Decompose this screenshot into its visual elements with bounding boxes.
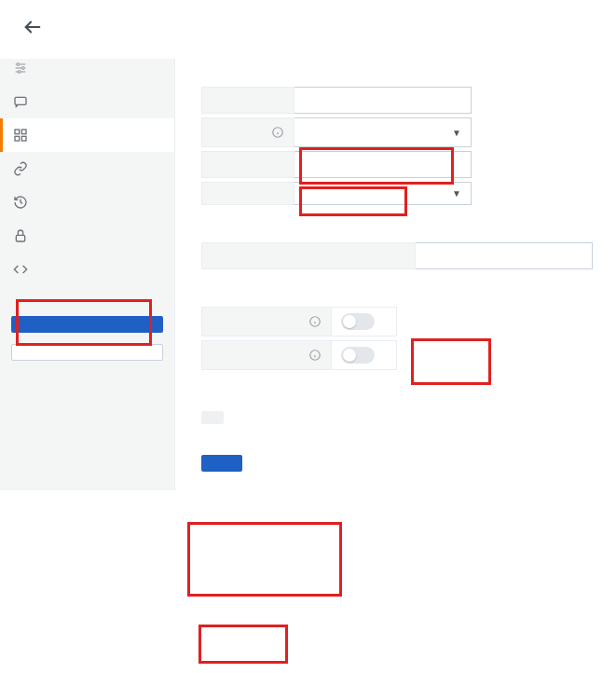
main-content: ▼ ▼ <box>175 59 616 490</box>
sidebar-item-general[interactable] <box>0 59 174 85</box>
lock-icon <box>13 228 28 243</box>
sidebar-item-json-model[interactable] <box>0 253 174 286</box>
sliders-icon <box>13 61 28 76</box>
info-icon <box>271 126 284 139</box>
save-dashboard-button[interactable] <box>11 316 163 333</box>
multi-value-toggle[interactable] <box>341 313 375 330</box>
include-all-toggle[interactable] <box>341 347 375 364</box>
svg-rect-8 <box>15 130 20 134</box>
sidebar-item-links[interactable] <box>0 152 174 185</box>
chevron-down-icon: ▼ <box>452 128 461 138</box>
update-button[interactable] <box>201 455 242 472</box>
info-icon <box>308 349 322 362</box>
code-icon <box>13 262 28 277</box>
svg-rect-9 <box>21 130 26 134</box>
history-icon <box>13 195 28 210</box>
label-label <box>201 151 294 178</box>
sidebar-item-annotations[interactable] <box>0 85 174 118</box>
highlight-box <box>187 522 342 597</box>
values-label <box>201 242 416 269</box>
svg-rect-10 <box>15 136 20 141</box>
sidebar-item-variables[interactable] <box>0 118 174 152</box>
label-input[interactable] <box>294 151 472 178</box>
name-label <box>201 87 294 114</box>
svg-rect-7 <box>15 97 26 104</box>
multi-value-label <box>201 307 332 336</box>
comment-icon <box>13 94 28 109</box>
arrow-left-icon <box>22 26 43 40</box>
values-input[interactable] <box>416 242 593 269</box>
save-as-button[interactable] <box>11 344 163 361</box>
svg-rect-12 <box>16 235 24 241</box>
preview-value-chip <box>201 411 224 424</box>
link-icon <box>13 161 28 176</box>
highlight-box <box>198 625 288 664</box>
info-icon <box>308 315 322 328</box>
sidebar-item-versions[interactable] <box>0 185 174 219</box>
settings-sidebar <box>0 59 175 490</box>
grid-icon <box>13 128 28 143</box>
svg-point-5 <box>21 67 24 70</box>
type-select[interactable]: ▼ <box>294 117 472 147</box>
hide-label <box>201 182 294 205</box>
svg-point-4 <box>17 63 20 66</box>
type-label <box>201 117 294 147</box>
name-input[interactable] <box>294 87 472 114</box>
back-button[interactable] <box>19 13 47 44</box>
sidebar-item-permissions[interactable] <box>0 219 174 253</box>
svg-rect-11 <box>21 136 26 141</box>
include-all-label <box>201 340 332 370</box>
chevron-down-icon: ▼ <box>452 188 461 199</box>
hide-select[interactable]: ▼ <box>294 182 472 205</box>
svg-point-6 <box>18 71 21 74</box>
